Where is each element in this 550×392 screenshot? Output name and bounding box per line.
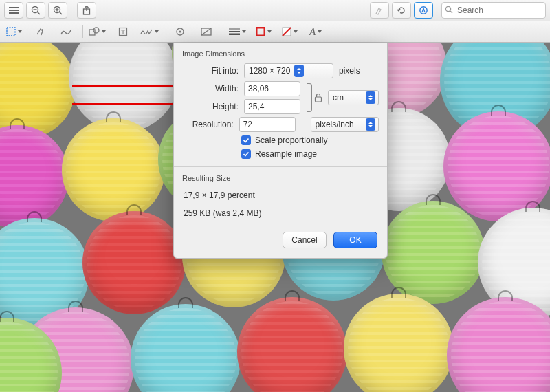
instant-alpha-tool[interactable] xyxy=(30,24,50,39)
result-size: 259 KB (was 2,4 MB) xyxy=(174,202,387,222)
resolution-label: Resolution: xyxy=(182,120,239,129)
shapes-tool[interactable] xyxy=(87,24,107,39)
cancel-label: Cancel xyxy=(292,235,317,245)
cancel-button[interactable]: Cancel xyxy=(283,232,327,248)
search-field[interactable] xyxy=(441,2,546,19)
svg-rect-31 xyxy=(316,97,322,102)
markup-button[interactable] xyxy=(414,2,433,19)
svg-line-14 xyxy=(450,11,452,13)
svg-rect-2 xyxy=(9,12,19,14)
search-icon xyxy=(445,6,453,16)
annotation-arrow-height xyxy=(72,103,186,105)
lock-icon[interactable] xyxy=(314,93,322,102)
scale-proportionally-checkbox[interactable]: Scale proportionally xyxy=(174,133,387,147)
fit-into-unit: pixels xyxy=(339,66,360,76)
svg-line-24 xyxy=(201,28,211,35)
separator xyxy=(82,25,83,38)
resample-image-label: Resample image xyxy=(255,149,317,159)
svg-rect-28 xyxy=(256,28,265,36)
checkbox-checked-icon xyxy=(241,135,251,145)
adjust-size-dialog: Image Dimensions Fit into: 1280 × 720 pi… xyxy=(173,43,388,259)
view-list-button[interactable] xyxy=(4,2,23,19)
markup-toolbar: T A xyxy=(0,21,550,43)
adjust-color-tool[interactable] xyxy=(170,24,190,39)
text-style-tool[interactable]: A xyxy=(306,24,325,39)
fit-into-select[interactable]: 1280 × 720 xyxy=(244,63,333,78)
result-percent: 17,9 × 17,9 percent xyxy=(174,186,387,202)
adjust-size-tool[interactable] xyxy=(197,24,216,39)
sketch-tool[interactable] xyxy=(56,24,76,39)
wh-unit-select[interactable]: cm xyxy=(328,90,379,105)
svg-point-16 xyxy=(42,29,43,30)
svg-rect-15 xyxy=(7,28,15,36)
section-title-result: Resulting Size xyxy=(174,167,387,186)
width-label: Width: xyxy=(182,84,244,94)
zoom-in-button[interactable] xyxy=(48,2,67,19)
zoom-out-button[interactable] xyxy=(26,2,45,19)
svg-text:T: T xyxy=(121,28,125,36)
sign-tool[interactable] xyxy=(140,24,159,39)
ok-label: OK xyxy=(349,235,361,245)
width-input[interactable] xyxy=(244,81,300,96)
share-button[interactable] xyxy=(77,2,96,19)
resolution-input[interactable] xyxy=(239,117,296,132)
main-toolbar xyxy=(0,0,550,21)
svg-rect-0 xyxy=(9,7,19,8)
link-bracket-icon xyxy=(303,82,311,113)
height-label: Height: xyxy=(182,102,244,111)
stepper-arrows-icon xyxy=(366,91,375,104)
fit-into-value: 1280 × 720 xyxy=(249,66,290,76)
fit-into-label: Fit into: xyxy=(182,66,244,76)
resolution-unit-select[interactable]: pixels/inch xyxy=(311,117,379,132)
svg-point-18 xyxy=(94,28,99,33)
height-input[interactable] xyxy=(244,99,300,114)
resample-image-checkbox[interactable]: Resample image xyxy=(174,147,387,161)
wh-unit-value: cm xyxy=(333,93,362,102)
resolution-unit-value: pixels/inch xyxy=(316,120,362,129)
annotation-arrow-width xyxy=(72,85,186,87)
svg-line-7 xyxy=(60,12,63,15)
fill-color-tool[interactable] xyxy=(280,24,299,39)
svg-rect-1 xyxy=(9,10,19,11)
border-color-tool[interactable] xyxy=(254,24,273,39)
text-tool[interactable]: T xyxy=(113,24,133,39)
highlight-button[interactable] xyxy=(370,2,389,19)
svg-point-22 xyxy=(179,30,181,32)
scale-proportionally-label: Scale proportionally xyxy=(255,135,327,145)
selection-tool[interactable] xyxy=(4,24,23,39)
svg-point-13 xyxy=(446,6,450,11)
svg-line-4 xyxy=(38,12,41,15)
stepper-arrows-icon xyxy=(294,65,304,77)
section-title-dimensions: Image Dimensions xyxy=(174,43,387,62)
stepper-arrows-icon xyxy=(366,118,375,131)
separator xyxy=(223,25,223,38)
separator xyxy=(166,25,166,38)
rotate-button[interactable] xyxy=(392,2,411,19)
search-input[interactable] xyxy=(456,5,541,16)
ok-button[interactable]: OK xyxy=(333,232,377,248)
line-style-tool[interactable] xyxy=(228,24,247,39)
checkbox-checked-icon xyxy=(241,149,251,159)
